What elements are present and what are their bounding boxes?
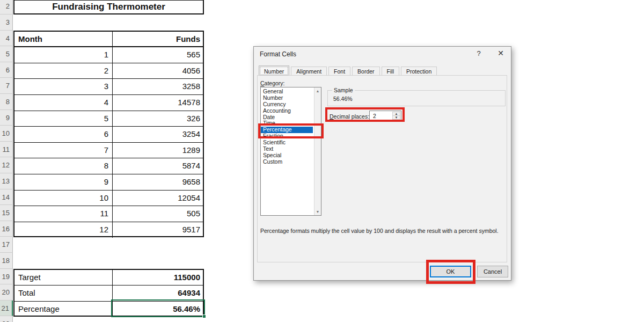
- month-cell[interactable]: 2: [14, 63, 113, 79]
- funds-cell[interactable]: 3258: [113, 79, 203, 94]
- row-header-selected[interactable]: 21: [0, 301, 13, 317]
- table-row: 2 4056: [14, 63, 203, 79]
- row-header[interactable]: 7: [0, 78, 13, 94]
- category-label: Category:: [260, 80, 285, 86]
- row-header-column: 2 3 4 5 6 7 8 9 10 11 12 13 14 15 16 17 …: [0, 0, 13, 322]
- funds-cell[interactable]: 565: [113, 47, 203, 63]
- table-row: 11 505: [14, 206, 203, 222]
- target-value-cell[interactable]: 115000: [113, 270, 203, 286]
- row-header[interactable]: 4: [0, 31, 13, 47]
- month-cell[interactable]: 1: [14, 47, 113, 63]
- row-header[interactable]: 5: [0, 46, 13, 62]
- row-header[interactable]: 10: [0, 126, 13, 142]
- total-value-cell[interactable]: 64934: [113, 286, 203, 301]
- scroll-down-icon[interactable]: ▼: [314, 210, 321, 214]
- month-cell[interactable]: 8: [14, 158, 113, 174]
- row-header[interactable]: 2: [0, 0, 13, 14]
- listbox-scrollbar[interactable]: ▲ ▼: [314, 87, 321, 215]
- funds-cell[interactable]: 1289: [113, 143, 203, 158]
- screenshot-root: 2 3 4 5 6 7 8 9 10 11 12 13 14 15 16 17 …: [0, 0, 644, 322]
- table-header-row: Month Funds: [14, 32, 203, 48]
- month-cell[interactable]: 3: [14, 79, 113, 94]
- month-cell[interactable]: 7: [14, 143, 113, 158]
- month-cell[interactable]: 12: [14, 222, 113, 238]
- row-header[interactable]: 14: [0, 189, 13, 206]
- category-listbox: General Number Currency Accounting Date …: [260, 87, 321, 216]
- summary-table: Target 115000 Total 64934 Percentage 56.…: [13, 269, 204, 317]
- funds-cell[interactable]: 505: [113, 206, 203, 222]
- table-row: 3 3258: [14, 79, 203, 95]
- row-header[interactable]: 15: [0, 205, 13, 221]
- row-header[interactable]: 20: [0, 284, 13, 301]
- spinner-buttons: ▲ ▼: [392, 112, 400, 120]
- target-row: Target 115000: [14, 270, 203, 286]
- spinner-up-button[interactable]: ▲: [392, 112, 400, 115]
- category-item-custom[interactable]: Custom: [261, 159, 313, 165]
- dialog-tab-strip: Number Alignment Font Border Fill Protec…: [259, 65, 437, 76]
- row-header[interactable]: 8: [0, 94, 13, 110]
- month-cell[interactable]: 10: [14, 191, 113, 206]
- percentage-value-cell[interactable]: 56.46%: [113, 302, 203, 318]
- category-item-accounting[interactable]: Accounting: [261, 108, 313, 114]
- funds-cell[interactable]: 3254: [113, 127, 203, 142]
- table-row: 9 9658: [14, 174, 203, 191]
- target-label-cell[interactable]: Target: [14, 270, 113, 286]
- table-row: 1 565: [14, 47, 203, 63]
- decimal-places-value[interactable]: 2: [373, 113, 376, 119]
- format-cells-dialog: Format Cells ? ✕ Number Alignment Font B…: [253, 46, 511, 281]
- total-row: Total 64934: [14, 286, 203, 302]
- number-tab-panel: Category: General Number Currency Accoun…: [257, 75, 507, 262]
- category-item-currency[interactable]: Currency: [261, 101, 313, 108]
- funds-cell[interactable]: 5874: [113, 158, 203, 174]
- funds-column-header[interactable]: Funds: [113, 32, 203, 47]
- sample-value: 56.46%: [333, 96, 353, 102]
- month-cell[interactable]: 6: [14, 127, 113, 142]
- dialog-title: Format Cells: [260, 50, 296, 58]
- row-header[interactable]: 13: [0, 173, 13, 189]
- month-cell[interactable]: 4: [14, 95, 113, 111]
- help-icon[interactable]: ?: [474, 49, 484, 57]
- percentage-row: Percentage 56.46%: [14, 302, 203, 318]
- sample-label: Sample: [332, 87, 355, 93]
- funds-cell[interactable]: 12054: [113, 191, 203, 206]
- funds-cell[interactable]: 4056: [113, 63, 203, 79]
- total-label-cell[interactable]: Total: [14, 286, 113, 301]
- row-header[interactable]: 6: [0, 62, 13, 78]
- funds-cell[interactable]: 9658: [113, 174, 203, 190]
- row-header[interactable]: 9: [0, 110, 13, 126]
- month-cell[interactable]: 9: [14, 174, 113, 190]
- funds-cell[interactable]: 9517: [113, 222, 203, 238]
- row-header[interactable]: 18: [0, 253, 13, 269]
- table-row: 4 14578: [14, 95, 203, 111]
- decimal-places-label: Decimal places:: [330, 113, 369, 120]
- table-row: 7 1289: [14, 143, 203, 159]
- cancel-button[interactable]: Cancel: [477, 266, 508, 277]
- ok-button[interactable]: OK: [430, 266, 471, 277]
- funds-cell[interactable]: 326: [113, 111, 203, 127]
- decimal-places-spinner[interactable]: 2 ▲ ▼: [369, 111, 401, 121]
- month-column-header[interactable]: Month: [14, 32, 113, 47]
- table-row: 10 12054: [14, 191, 203, 207]
- table-row: 12 9517: [14, 222, 203, 238]
- funds-cell[interactable]: 14578: [113, 95, 203, 111]
- funds-table: Month Funds 1 565 2 4056 3 3258 4 14578 …: [13, 31, 204, 237]
- scroll-up-icon[interactable]: ▲: [314, 89, 321, 93]
- table-row: 5 326: [14, 111, 203, 127]
- row-header[interactable]: 19: [0, 269, 13, 285]
- row-header[interactable]: 12: [0, 157, 13, 173]
- month-cell[interactable]: 5: [14, 111, 113, 127]
- category-item-special[interactable]: Special: [261, 152, 313, 159]
- category-item-number[interactable]: Number: [261, 95, 313, 101]
- close-icon[interactable]: ✕: [495, 49, 506, 57]
- percentage-label-cell[interactable]: Percentage: [14, 302, 113, 318]
- tab-number[interactable]: Number: [259, 65, 289, 76]
- row-header[interactable]: 11: [0, 142, 13, 158]
- month-cell[interactable]: 11: [14, 206, 113, 222]
- spinner-down-button[interactable]: ▼: [392, 115, 400, 120]
- row-header[interactable]: 17: [0, 237, 13, 253]
- row-header[interactable]: 22: [0, 316, 13, 322]
- row-header[interactable]: 3: [0, 14, 13, 31]
- row-header[interactable]: 16: [0, 221, 13, 237]
- sheet-title-cell[interactable]: Fundraising Thermometer: [13, 0, 204, 14]
- table-row: 6 3254: [14, 127, 203, 143]
